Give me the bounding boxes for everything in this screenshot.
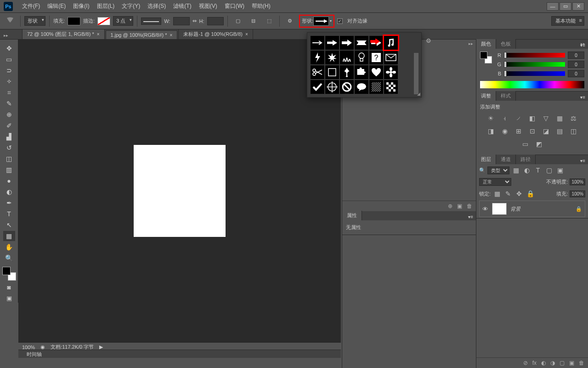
shape-frame[interactable] xyxy=(325,65,339,80)
lookup-icon[interactable]: ⊡ xyxy=(528,127,537,135)
gear-icon[interactable]: ⚙ xyxy=(283,16,296,27)
shape-arrow-thin[interactable] xyxy=(310,35,325,50)
photo-filter-icon[interactable]: ◉ xyxy=(500,127,509,135)
type-tool[interactable]: T xyxy=(3,209,15,219)
blur-tool[interactable]: ● xyxy=(3,176,15,186)
mixer-icon[interactable]: ⊞ xyxy=(514,127,523,135)
r-slider[interactable] xyxy=(504,53,565,58)
vibrance-icon[interactable]: ▽ xyxy=(542,114,551,122)
camera-icon[interactable]: ▣ xyxy=(457,203,462,209)
foreground-swatch[interactable] xyxy=(2,267,11,275)
trash-icon[interactable]: 🗑 xyxy=(579,360,584,366)
poster-icon[interactable]: ▤ xyxy=(555,127,565,135)
filter-shape-icon[interactable]: ▢ xyxy=(544,166,554,174)
minimize-button[interactable]: — xyxy=(547,2,559,11)
link-icon[interactable]: ⊘ xyxy=(523,360,528,366)
width-input[interactable] xyxy=(173,17,190,25)
shape-check[interactable] xyxy=(310,80,325,94)
wand-tool[interactable]: ✧ xyxy=(3,76,15,86)
shape-fleur[interactable] xyxy=(339,65,354,80)
shape-speech[interactable] xyxy=(354,80,369,94)
close-icon[interactable]: × xyxy=(170,33,173,38)
fill-value[interactable]: 100% xyxy=(570,190,585,197)
shape-music-note[interactable] xyxy=(384,35,398,50)
shape-question[interactable]: ? xyxy=(369,50,384,65)
shape-target[interactable] xyxy=(325,80,339,94)
heal-tool[interactable]: ⊕ xyxy=(3,109,15,120)
new-icon[interactable]: ⊕ xyxy=(448,203,452,209)
height-input[interactable] xyxy=(207,17,224,25)
new-layer-icon[interactable]: ▣ xyxy=(569,360,574,366)
bw-icon[interactable]: ◨ xyxy=(486,127,496,135)
timeline-panel[interactable]: 时间轴 xyxy=(18,350,341,358)
filter-type-dropdown[interactable]: 类型 xyxy=(487,167,509,174)
spectrum-bar[interactable] xyxy=(480,81,584,88)
brightness-icon[interactable]: ☀ xyxy=(486,114,496,122)
fx-icon[interactable]: fx xyxy=(532,360,537,366)
layer-name[interactable]: 背景 xyxy=(510,206,520,213)
eyedropper-tool[interactable]: ✎ xyxy=(3,98,15,109)
menu-layer[interactable]: 图层(L) xyxy=(93,2,119,10)
b-value[interactable]: 0 xyxy=(568,70,584,77)
shape-arrow-bold[interactable] xyxy=(325,35,339,50)
selective-icon[interactable]: ◩ xyxy=(535,140,544,148)
menu-window[interactable]: 窗口(W) xyxy=(221,2,248,10)
tab-layers[interactable]: 图层 xyxy=(476,155,496,164)
shape-checker[interactable] xyxy=(384,80,398,94)
collapse-icon[interactable]: ▸▸ xyxy=(469,41,473,46)
panel-menu-icon[interactable]: ▾≡ xyxy=(465,213,476,220)
collapse-icon[interactable]: ▸▸ xyxy=(581,41,585,46)
canvas-viewport[interactable] xyxy=(18,40,341,342)
shape-puzzle[interactable] xyxy=(354,65,369,80)
lasso-tool[interactable]: ⊃ xyxy=(3,65,15,75)
shape-tool[interactable]: ▦ xyxy=(3,231,15,241)
menu-type[interactable]: 文字(Y) xyxy=(118,2,144,10)
shape-selector[interactable]: 形状: ▾ xyxy=(299,15,334,28)
quickmask-icon[interactable]: ◙ xyxy=(3,282,15,292)
tab-adjustments[interactable]: 调整 xyxy=(476,91,496,101)
shape-grass[interactable] xyxy=(339,50,354,65)
threshold-icon[interactable]: ◫ xyxy=(569,127,578,135)
shape-lightning[interactable] xyxy=(310,50,325,65)
hand-tool[interactable]: ✋ xyxy=(3,242,15,252)
tool-mode-dropdown[interactable]: 形状 xyxy=(24,16,45,26)
tab-styles[interactable]: 样式 xyxy=(496,91,516,101)
blend-mode-dropdown[interactable]: 正常 xyxy=(479,178,511,186)
fill-swatch[interactable] xyxy=(68,17,80,25)
menu-select[interactable]: 选择(S) xyxy=(144,2,170,10)
color-mini-swatches[interactable] xyxy=(480,52,492,63)
layer-row-background[interactable]: 👁 背景 🔒 xyxy=(479,201,585,217)
panel-menu-icon[interactable]: ▾≡ xyxy=(577,157,588,164)
marquee-tool[interactable]: ▭ xyxy=(3,54,15,64)
close-icon[interactable]: × xyxy=(97,32,100,37)
close-icon[interactable]: × xyxy=(245,32,248,37)
lock-move-icon[interactable]: ✥ xyxy=(514,190,524,198)
r-value[interactable]: 0 xyxy=(568,52,584,59)
picker-settings-icon[interactable]: ⚙ xyxy=(426,37,431,44)
screenmode-icon[interactable]: ▣ xyxy=(3,293,15,303)
resize-handle-icon[interactable]: ◢ xyxy=(417,92,420,96)
color-swatches[interactable] xyxy=(2,267,16,281)
path-align-icon[interactable]: ⊟ xyxy=(247,16,260,27)
filter-pixel-icon[interactable]: ▦ xyxy=(511,166,520,174)
g-slider[interactable] xyxy=(504,62,565,67)
path-arrange-icon[interactable]: ⬚ xyxy=(263,16,276,27)
curves-icon[interactable]: ⟋ xyxy=(514,114,523,122)
stamp-tool[interactable]: ▟ xyxy=(3,132,15,142)
shape-heart[interactable] xyxy=(369,65,384,80)
b-slider[interactable] xyxy=(504,71,565,76)
tab-swatches[interactable]: 色板 xyxy=(496,39,516,49)
collapse-left-icon[interactable]: ▸▸ xyxy=(4,33,8,38)
history-brush-tool[interactable]: ↺ xyxy=(3,143,15,153)
doc-tab-1[interactable]: 72 @ 100% (图层 1, RGB/8) *× xyxy=(22,29,105,39)
shape-flower[interactable] xyxy=(384,65,398,80)
hue-icon[interactable]: ▦ xyxy=(555,114,565,122)
menu-view[interactable]: 视图(V) xyxy=(195,2,221,10)
doc-tab-3[interactable]: 未标题-1 @ 100%(RGB/8)× xyxy=(178,29,253,39)
gradient-map-icon[interactable]: ▭ xyxy=(521,140,530,148)
tab-paths[interactable]: 路径 xyxy=(516,155,536,164)
document-canvas[interactable] xyxy=(134,145,226,237)
shape-envelope[interactable] xyxy=(384,50,398,65)
tab-color[interactable]: 颜色 xyxy=(476,39,496,49)
menu-file[interactable]: 文件(F) xyxy=(18,2,44,10)
